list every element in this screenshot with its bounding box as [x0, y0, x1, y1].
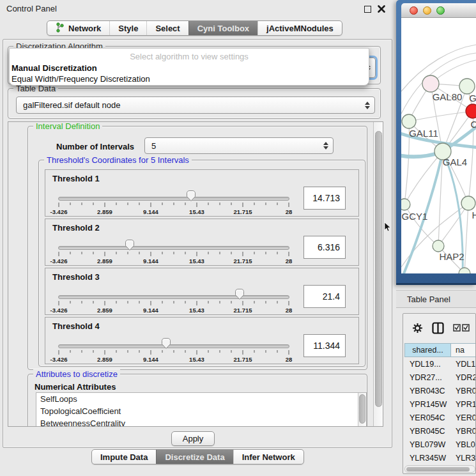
threshold-value-field[interactable]: 14.713	[303, 187, 346, 210]
table-row[interactable]: YBR045CYBR0	[404, 424, 476, 438]
network-node[interactable]	[459, 268, 470, 273]
table-row[interactable]: YER054CYER0	[404, 411, 476, 424]
tab-select[interactable]: Select	[146, 21, 188, 35]
svg-text:-3.426: -3.426	[50, 356, 68, 363]
numerical-attributes-label: Numerical Attributes	[35, 382, 116, 392]
apply-button-label: Apply	[183, 434, 204, 443]
tab-label: jActiveMNodules	[266, 24, 334, 33]
numerical-attributes-list[interactable]: SelfLoopsTopologicalCoefficientBetweenne…	[36, 392, 367, 427]
cell-name[interactable]: YBR0	[451, 387, 476, 395]
network-node[interactable]	[401, 199, 410, 210]
svg-text:21.715: 21.715	[233, 307, 252, 314]
network-node[interactable]	[466, 104, 476, 118]
network-node[interactable]	[422, 75, 439, 92]
control-panel-tabbar: NetworkStyleSelectCyni ToolboxjActiveMNo…	[47, 20, 342, 36]
table-row[interactable]: YBL079WYBL0	[404, 438, 476, 451]
cell-name[interactable]: YLR3	[451, 454, 475, 463]
cell-shared-name[interactable]: YDL19...	[404, 360, 451, 369]
settings-scrollbar[interactable]	[373, 122, 383, 426]
tab-network[interactable]: Network	[47, 21, 109, 35]
threshold-value-field[interactable]: 6.316	[303, 236, 346, 259]
cell-shared-name[interactable]: YDR27...	[404, 373, 451, 382]
attributes-list-scrollbar[interactable]	[358, 393, 366, 426]
network-node[interactable]	[433, 240, 444, 252]
select-columns-icon[interactable]	[453, 324, 470, 332]
close-window-icon[interactable]	[410, 6, 418, 15]
threshold-slider-thumb[interactable]	[234, 288, 245, 300]
cell-name[interactable]: YDL1	[451, 360, 475, 369]
threshold-slider-track[interactable]	[58, 246, 289, 250]
cell-shared-name[interactable]: YBL079W	[404, 440, 451, 449]
tab-label: Select	[155, 24, 180, 33]
table-row[interactable]: YDL19...YDL1	[404, 357, 476, 371]
tab-cyni-toolbox[interactable]: Cyni Toolbox	[188, 21, 257, 35]
attribute-list-item[interactable]: BetweennessCentrality	[36, 417, 366, 427]
column-header-shared-name[interactable]: shared...	[404, 343, 451, 357]
float-panel-icon[interactable]	[364, 6, 371, 13]
threshold-value-field[interactable]: 11.344	[303, 334, 346, 357]
tab-discretize-data[interactable]: Discretize Data	[156, 450, 233, 464]
threshold-slider-track[interactable]	[58, 295, 289, 299]
close-panel-icon[interactable]	[377, 4, 386, 13]
attribute-list-item[interactable]: TopologicalCoefficient	[36, 405, 366, 417]
minimize-window-icon[interactable]	[423, 6, 431, 15]
cell-name[interactable]: YER0	[451, 413, 476, 422]
svg-text:21.715: 21.715	[233, 208, 252, 215]
algorithm-menu-item[interactable]: Equal Width/Frequency Discretization	[10, 73, 369, 84]
cell-name[interactable]: YBR0	[451, 427, 476, 436]
table-h-scrollbar[interactable]	[404, 465, 475, 473]
cell-shared-name[interactable]: YBR045C	[404, 427, 451, 436]
tab-impute-data[interactable]: Impute Data	[92, 450, 156, 464]
cell-shared-name[interactable]: YLR345W	[404, 454, 451, 463]
tab-infer-network[interactable]: Infer Network	[233, 450, 303, 464]
column-layout-icon[interactable]	[432, 322, 444, 334]
threshold-slider-thumb[interactable]	[125, 239, 135, 251]
tab-label: Infer Network	[242, 452, 295, 462]
column-header-name[interactable]: na	[451, 343, 476, 357]
gear-icon[interactable]	[412, 323, 423, 334]
cell-shared-name[interactable]: YPR145W	[404, 400, 451, 409]
zoom-window-icon[interactable]	[436, 6, 445, 15]
threshold-value-field[interactable]: 21.4	[303, 285, 346, 308]
cell-name[interactable]: YPR1	[451, 400, 476, 409]
svg-text:2.859: 2.859	[97, 257, 112, 265]
table-row[interactable]: YBR043CYBR0	[404, 384, 476, 397]
apply-button[interactable]: Apply	[171, 431, 215, 446]
network-node-label: G	[469, 93, 476, 104]
svg-text:28: 28	[286, 307, 293, 314]
cell-name[interactable]: YBL0	[451, 440, 475, 449]
table-row[interactable]: YLR345WYLR3	[404, 451, 476, 464]
network-node[interactable]	[461, 196, 475, 210]
network-view[interactable]: GAL80GCGAL11GAL4GCY1HHAP2	[401, 18, 476, 273]
algorithm-menu-item[interactable]: Manual Discretization	[10, 63, 369, 73]
network-node-label: GAL11	[409, 128, 438, 139]
table-row[interactable]: YDR27...YDR2	[404, 371, 476, 384]
table-row[interactable]: YPR145WYPR1	[404, 397, 476, 411]
table-data-select[interactable]: galFiltered.sif default node	[16, 96, 375, 114]
cell-name[interactable]: YDR2	[451, 373, 476, 382]
cell-shared-name[interactable]: YER054C	[404, 413, 451, 422]
network-node[interactable]	[402, 114, 416, 128]
svg-text:21.715: 21.715	[233, 356, 252, 363]
tab-jactivemnodules[interactable]: jActiveMNodules	[257, 21, 342, 35]
cell-shared-name[interactable]: YBR043C	[404, 387, 451, 395]
threshold-slider-thumb[interactable]	[161, 337, 171, 349]
slider-ticks: -3.4262.8599.14415.4321.71528	[58, 300, 289, 314]
attribute-list-item[interactable]: SelfLoops	[36, 393, 366, 405]
network-node-label: GCY1	[402, 211, 428, 222]
threshold-panel-1: Threshold 1-3.4262.8599.14415.4321.71528…	[45, 169, 359, 217]
tab-label: Network	[68, 24, 101, 33]
algorithm-dropdown-popup: Select algorithm to view settings Manual…	[9, 48, 369, 86]
threshold-slider-thumb[interactable]	[186, 190, 196, 202]
svg-text:-3.426: -3.426	[50, 257, 68, 265]
threshold-slider-track[interactable]	[58, 197, 289, 201]
tab-style[interactable]: Style	[109, 21, 146, 35]
network-window-titlebar[interactable]	[401, 3, 476, 18]
svg-text:28: 28	[286, 356, 293, 363]
combo-arrows-icon	[365, 102, 370, 109]
number-of-intervals-select[interactable]: 5	[144, 137, 334, 154]
threshold-slider-track[interactable]	[58, 344, 289, 348]
svg-text:-3.426: -3.426	[50, 208, 68, 215]
svg-text:15.43: 15.43	[189, 257, 204, 265]
table-toolbar	[403, 314, 475, 342]
